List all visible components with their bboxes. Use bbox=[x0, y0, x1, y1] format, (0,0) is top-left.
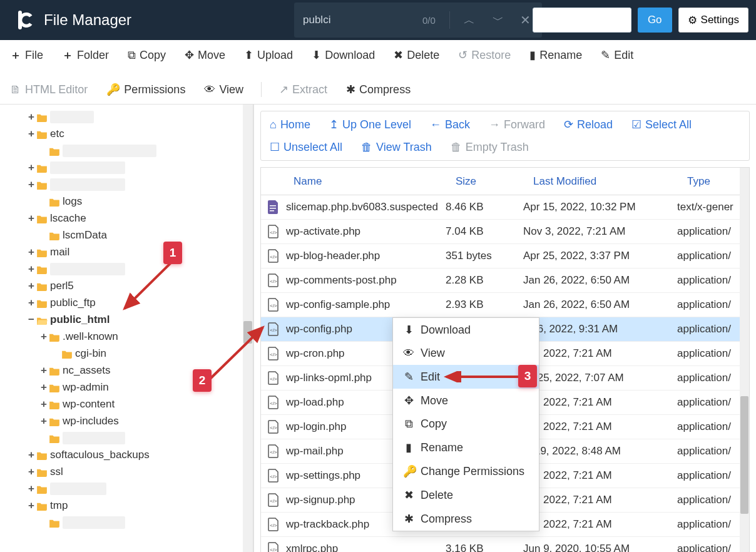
context-item-download[interactable]: ⬇Download bbox=[393, 318, 539, 342]
delete-button[interactable]: ✖Delete bbox=[392, 44, 441, 66]
settings-button[interactable]: ⚙ Settings bbox=[678, 8, 748, 33]
col-name[interactable]: Name bbox=[261, 175, 446, 188]
tree-toggle-icon[interactable]: + bbox=[28, 483, 35, 495]
upload-button[interactable]: ⬆Upload bbox=[243, 44, 294, 66]
tree-toggle-icon[interactable]: + bbox=[28, 246, 35, 258]
tree-item[interactable]: + wp-content bbox=[28, 396, 253, 412]
unselect-all-button[interactable]: ☐Unselect All bbox=[270, 140, 342, 154]
tree-item[interactable]: + mail bbox=[28, 243, 253, 260]
svg-rect-3 bbox=[270, 210, 274, 212]
context-item-compress[interactable]: ✱Compress bbox=[393, 507, 539, 531]
file-modified: Jan 26, 2022, 6:50 AM bbox=[523, 299, 677, 311]
table-row[interactable]: </> wp-config-sample.php 2.93 KB Jan 26,… bbox=[261, 293, 740, 317]
find-close-icon[interactable]: ✕ bbox=[518, 13, 533, 28]
svg-text:</>: </> bbox=[270, 230, 277, 235]
view-trash-button[interactable]: 🗑View Trash bbox=[361, 140, 432, 154]
file-icon: </> bbox=[261, 444, 286, 458]
context-item-change-permissions[interactable]: 🔑Change Permissions bbox=[393, 459, 539, 483]
tree-toggle-icon[interactable]: + bbox=[28, 280, 35, 292]
tree-item[interactable]: + bbox=[28, 176, 253, 193]
tree-toggle-icon[interactable]: + bbox=[40, 330, 48, 343]
svg-rect-0 bbox=[18, 11, 22, 29]
table-row[interactable]: </> wp-blog-header.php 351 bytes Apr 25,… bbox=[261, 244, 740, 268]
table-row[interactable]: slicemap.php.bv6083.suspected 8.46 KB Ap… bbox=[261, 195, 740, 220]
svg-line-19 bbox=[210, 327, 263, 379]
permissions-button[interactable]: 🔑Permissions bbox=[105, 79, 186, 100]
tree-item[interactable]: + lscache bbox=[28, 210, 253, 227]
reload-button[interactable]: ⟳Reload bbox=[564, 118, 613, 131]
go-button[interactable]: Go bbox=[638, 8, 672, 33]
context-item-delete[interactable]: ✖Delete bbox=[393, 483, 539, 507]
tree-item[interactable]: + etc bbox=[28, 125, 253, 142]
download-button[interactable]: ⬇Download bbox=[310, 44, 376, 66]
col-modified[interactable]: Last Modified bbox=[523, 175, 677, 188]
tree-item[interactable]: logs bbox=[28, 193, 253, 210]
tree-toggle-icon[interactable]: + bbox=[28, 178, 35, 191]
move-button[interactable]: ✥Move bbox=[183, 44, 227, 66]
up-button[interactable]: ↥Up One Level bbox=[329, 118, 411, 131]
find-prev-icon[interactable]: ︿ bbox=[460, 13, 479, 28]
home-button[interactable]: ⌂Home bbox=[270, 118, 310, 131]
tree-toggle-icon[interactable] bbox=[40, 195, 48, 208]
file-button[interactable]: ＋File bbox=[9, 44, 44, 66]
col-type[interactable]: Type bbox=[677, 175, 749, 188]
tree-toggle-icon[interactable]: + bbox=[28, 466, 35, 478]
context-item-view[interactable]: 👁View bbox=[393, 342, 539, 365]
tree-toggle-icon[interactable] bbox=[40, 145, 48, 157]
context-item-copy[interactable]: ⧉Copy bbox=[393, 412, 539, 436]
tree-item[interactable]: + bbox=[28, 480, 253, 497]
tree-toggle-icon[interactable]: + bbox=[28, 161, 35, 174]
col-size[interactable]: Size bbox=[446, 175, 523, 188]
tree-item[interactable]: + bbox=[28, 108, 253, 125]
tree-item[interactable] bbox=[28, 514, 253, 531]
table-scrollbar[interactable] bbox=[740, 168, 749, 552]
select-all-button[interactable]: ☑Select All bbox=[631, 118, 692, 131]
context-item-rename[interactable]: ▮Rename bbox=[393, 436, 539, 459]
search-input[interactable] bbox=[533, 8, 631, 33]
tree-toggle-icon[interactable]: + bbox=[28, 212, 35, 225]
delete-icon: ✖ bbox=[394, 48, 403, 62]
tree-toggle-icon[interactable]: + bbox=[40, 398, 48, 411]
tree-toggle-icon[interactable] bbox=[40, 432, 48, 444]
tree-item[interactable]: + bbox=[28, 159, 253, 176]
tree-label: nc_assets bbox=[63, 364, 111, 377]
view-button[interactable]: 👁View bbox=[203, 79, 245, 100]
table-row[interactable]: </> xmlrpc.php 3.16 KB Jun 9, 2020, 10:5… bbox=[261, 537, 740, 552]
tree-item[interactable]: + ssl bbox=[28, 463, 253, 480]
tree-toggle-icon[interactable]: + bbox=[28, 263, 35, 275]
tree-toggle-icon[interactable] bbox=[53, 347, 60, 360]
table-row[interactable]: </> wp-comments-post.php 2.28 KB Jan 26,… bbox=[261, 268, 740, 293]
file-name: wp-comments-post.php bbox=[286, 274, 446, 287]
tree-item[interactable]: + wp-includes bbox=[28, 412, 253, 429]
compress-button[interactable]: ✱Compress bbox=[345, 79, 412, 100]
tree-item[interactable] bbox=[28, 429, 253, 446]
tree-item[interactable] bbox=[28, 142, 253, 159]
tree-item[interactable]: + softaculous_backups bbox=[28, 446, 253, 463]
context-item-move[interactable]: ✥Move bbox=[393, 389, 539, 412]
tree-item[interactable]: lscmData bbox=[28, 227, 253, 243]
folder-button[interactable]: ＋Folder bbox=[61, 44, 110, 66]
folder-icon bbox=[36, 451, 48, 459]
tree-toggle-icon[interactable] bbox=[40, 229, 48, 242]
tree-item[interactable]: + tmp bbox=[28, 497, 253, 514]
copy-button[interactable]: ⧉Copy bbox=[126, 45, 167, 66]
table-row[interactable]: </> wp-activate.php 7.04 KB Nov 3, 2022,… bbox=[261, 220, 740, 244]
ctx-icon: ▮ bbox=[403, 441, 414, 454]
tree-toggle-icon[interactable]: − bbox=[28, 314, 35, 326]
rename-button[interactable]: ▮Rename bbox=[528, 44, 583, 66]
file-type: application/ bbox=[677, 469, 740, 482]
tree-toggle-icon[interactable]: + bbox=[28, 449, 35, 461]
find-next-icon[interactable]: ﹀ bbox=[489, 13, 508, 28]
back-button[interactable]: ←Back bbox=[430, 118, 470, 131]
tree-toggle-icon[interactable]: + bbox=[28, 499, 35, 512]
tree-toggle-icon[interactable]: + bbox=[28, 297, 35, 309]
edit-button[interactable]: ✎Edit bbox=[600, 44, 635, 66]
file-modified: Apr 25, 2022, 3:37 PM bbox=[523, 250, 677, 262]
tree-toggle-icon[interactable]: + bbox=[40, 381, 48, 394]
tree-toggle-icon[interactable] bbox=[40, 516, 48, 529]
tree-toggle-icon[interactable]: + bbox=[40, 415, 48, 427]
tree-toggle-icon[interactable]: + bbox=[28, 128, 35, 140]
find-query[interactable]: publci bbox=[303, 14, 412, 26]
tree-toggle-icon[interactable]: + bbox=[28, 111, 35, 123]
tree-toggle-icon[interactable]: + bbox=[40, 364, 48, 377]
